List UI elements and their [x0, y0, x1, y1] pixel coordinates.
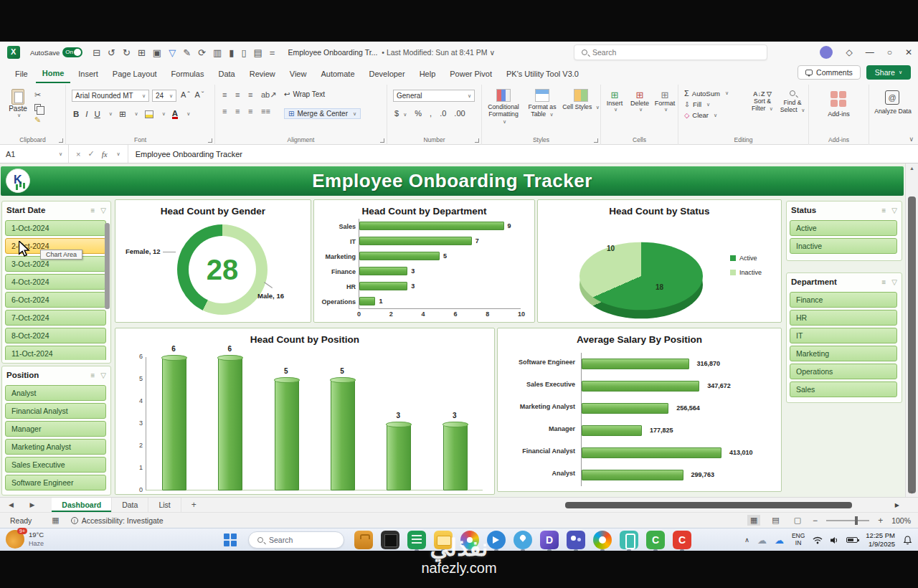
italic-button[interactable]: I: [85, 110, 87, 118]
bar-it[interactable]: [359, 237, 472, 245]
autosave-toggle[interactable]: AutoSave On: [30, 47, 82, 57]
font-color-button[interactable]: A: [172, 110, 178, 119]
column-financial-analyst[interactable]: [331, 379, 355, 490]
menu-tab-help[interactable]: Help: [413, 65, 443, 82]
dialog-launcher-icon[interactable]: [380, 138, 384, 143]
save-icon[interactable]: ⊟: [93, 47, 100, 58]
insert-cells-button[interactable]: ⊞Insert∨: [602, 90, 627, 113]
scroll-down-icon[interactable]: ▼: [909, 490, 914, 495]
bar-analyst[interactable]: [582, 470, 683, 480]
excel-app-icon[interactable]: [7, 46, 20, 59]
font-size-select[interactable]: 24∨: [152, 90, 176, 102]
language-indicator[interactable]: ENGIN: [792, 533, 805, 547]
clear-filter-icon[interactable]: ▽: [100, 371, 106, 379]
multiselect-icon[interactable]: ≡: [90, 371, 95, 379]
number-format-select[interactable]: General∨: [393, 90, 475, 102]
currency-button[interactable]: $ ∨: [394, 109, 407, 118]
slicer-item-active[interactable]: Active: [790, 220, 897, 236]
addins-icon[interactable]: [831, 91, 846, 107]
clear-filter-icon[interactable]: ▽: [891, 207, 897, 214]
chart-head-count-by-position[interactable]: Head Count by Position 01234566Marketing…: [115, 328, 495, 495]
phone-link-icon[interactable]: [620, 531, 638, 549]
slicer-item-1-oct-2024[interactable]: 1-Oct-2024: [5, 220, 106, 236]
vertical-scrollbar[interactable]: ▲ ▼: [905, 163, 918, 497]
underline-button[interactable]: U: [95, 110, 100, 118]
copy-icon[interactable]: [34, 104, 41, 111]
bar-marketing-analyst[interactable]: [582, 403, 668, 414]
share-button[interactable]: Share∨: [866, 65, 911, 80]
code-green-icon[interactable]: C: [646, 531, 665, 549]
sheet-tab-dashboard[interactable]: Dashboard: [52, 498, 112, 512]
formula-content[interactable]: Employee Onboarding Tracker: [128, 150, 242, 158]
zoom-slider[interactable]: [826, 520, 869, 521]
close-button[interactable]: ✕: [905, 47, 912, 57]
feedback-icon[interactable]: [487, 531, 506, 549]
search-box[interactable]: Search: [574, 44, 767, 60]
bar-sales-executive[interactable]: [582, 381, 699, 392]
align-bottom-icon[interactable]: ≡: [248, 90, 261, 100]
font-name-select[interactable]: Arial Rounded MT∨: [72, 90, 149, 102]
sheet-tab-list[interactable]: List: [148, 498, 181, 512]
align-middle-icon[interactable]: ≡: [235, 90, 248, 100]
menu-tab-view[interactable]: View: [283, 65, 313, 82]
menu-tab-insert[interactable]: Insert: [72, 65, 105, 82]
column-manager[interactable]: [443, 424, 468, 490]
conditional-formatting-button[interactable]: Conditional Formatting ∨: [485, 89, 522, 125]
slicer-item-4-oct-2024[interactable]: 4-Oct-2024: [5, 274, 106, 290]
accessibility-status[interactable]: i Accessibility: Investigate: [71, 516, 164, 525]
insert-function-icon[interactable]: fx: [102, 150, 108, 158]
indent-icon[interactable]: ≡≡: [261, 107, 274, 115]
dev-app-icon[interactable]: [381, 531, 399, 549]
autosum-button[interactable]: ΣAutoSum∨: [684, 89, 729, 98]
slicer-item-analyst[interactable]: Analyst: [5, 385, 106, 401]
column-marketing-analyst[interactable]: [162, 357, 186, 490]
orientation-icon[interactable]: ab↗: [261, 90, 274, 100]
new-sheet-button[interactable]: +: [191, 500, 197, 510]
maps-pin-icon[interactable]: [514, 531, 532, 549]
decimal-decrease-icon[interactable]: .00: [454, 109, 465, 118]
scrollbar-thumb[interactable]: [565, 502, 852, 508]
file-explorer-icon[interactable]: [434, 531, 453, 549]
volume-icon[interactable]: [831, 536, 838, 544]
multiselect-icon[interactable]: ≡: [881, 278, 886, 286]
slicer-item-11-oct-2024[interactable]: 11-Oct-2024: [5, 346, 106, 360]
paste-button[interactable]: Paste∨: [6, 89, 30, 118]
menu-tab-page-layout[interactable]: Page Layout: [106, 65, 164, 82]
slicer-item-8-oct-2024[interactable]: 8-Oct-2024: [5, 328, 106, 343]
chart-average-salary-by-position[interactable]: Average Salary By Position Software Engi…: [497, 328, 782, 492]
bar-sales[interactable]: [359, 222, 504, 230]
slicer-item-finance[interactable]: Finance: [790, 292, 897, 308]
slicer-item-marketing[interactable]: Marketing: [790, 346, 897, 361]
menu-icon[interactable]: =: [270, 47, 275, 58]
multiselect-icon[interactable]: ≡: [90, 207, 95, 214]
chart-head-count-by-department[interactable]: Head Count by Department SalesITMarketin…: [313, 199, 535, 323]
clear-button[interactable]: ◇Clear∨: [684, 111, 729, 119]
dialog-launcher-icon[interactable]: [475, 138, 479, 143]
slicer-item-it[interactable]: IT: [790, 328, 897, 343]
start-button[interactable]: [224, 534, 237, 546]
split-panes-icon[interactable]: ▥: [213, 47, 222, 58]
sheet-tab-data[interactable]: Data: [112, 498, 148, 512]
redo-icon[interactable]: ↻: [123, 47, 131, 58]
analyze-data-icon[interactable]: @: [885, 90, 899, 105]
dialog-launcher-icon[interactable]: [594, 138, 598, 143]
slicer-item-sales-executive[interactable]: Sales Executive: [5, 457, 106, 473]
clock[interactable]: 12:25 PM1/9/2025: [866, 531, 895, 549]
comma-button[interactable]: ,: [430, 109, 432, 118]
chart-dark-icon[interactable]: ▮: [229, 47, 234, 58]
format-as-table-button[interactable]: Format as Table ∨: [524, 89, 561, 118]
decimal-increase-icon[interactable]: .0: [440, 109, 446, 118]
bar-manager[interactable]: [582, 425, 642, 436]
chart-head-count-by-status[interactable]: Head Count by Status 10 18 ActiveInactiv…: [537, 199, 782, 323]
cell-styles-button[interactable]: Cell Styles ∨: [562, 89, 600, 110]
draw-icon[interactable]: ✎: [183, 47, 191, 58]
slicer-item-operations[interactable]: Operations: [790, 364, 897, 379]
zoom-level[interactable]: 100%: [891, 516, 911, 525]
multiselect-icon[interactable]: ≡: [881, 207, 886, 214]
bar-financial-analyst[interactable]: [582, 447, 721, 458]
restore-button[interactable]: ○: [887, 47, 892, 57]
slicer-item-hr[interactable]: HR: [790, 310, 897, 326]
sheet-nav-arrows[interactable]: ◀ ▶: [9, 501, 42, 508]
dialog-launcher-icon[interactable]: [59, 138, 63, 143]
addins-label[interactable]: Add-ins: [809, 110, 869, 118]
